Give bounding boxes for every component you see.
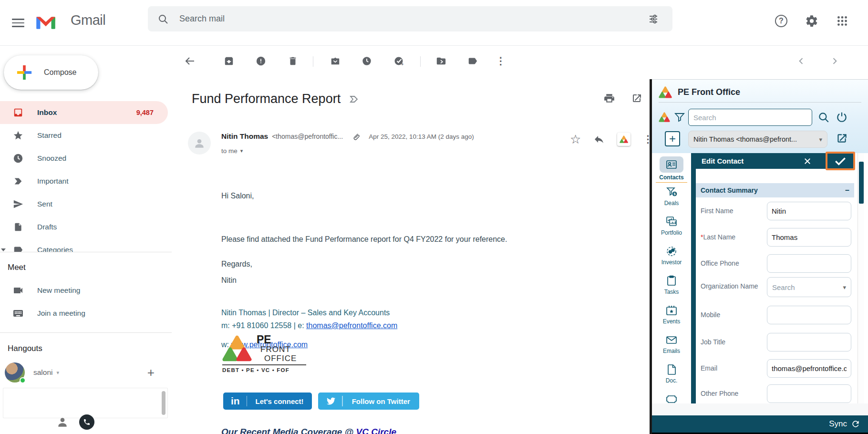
- rail-item-tasks[interactable]: Tasks: [652, 271, 691, 301]
- rail-item-contacts[interactable]: Contacts: [652, 153, 691, 183]
- other-phone-field[interactable]: [767, 384, 851, 403]
- sidebar-item-starred[interactable]: Starred: [0, 124, 168, 147]
- search-options-icon[interactable]: [644, 10, 663, 29]
- delete-trash-icon[interactable]: [283, 52, 302, 71]
- print-icon[interactable]: [603, 93, 615, 104]
- open-in-new-icon[interactable]: [631, 93, 642, 104]
- message-more-icon[interactable]: ⋮: [643, 134, 650, 145]
- star-email-icon[interactable]: ☆: [570, 134, 581, 145]
- mobile-field[interactable]: [767, 306, 851, 324]
- first-name-field[interactable]: [767, 202, 851, 220]
- divider: [313, 56, 313, 67]
- chevron-down-icon[interactable]: ▾: [57, 370, 60, 376]
- gmail-sidebar: Compose Inbox 9,487 Starred Snoozed: [0, 46, 172, 434]
- rail-item-portfolio[interactable]: Portfolio: [652, 212, 691, 242]
- scrollbar-thumb[interactable]: [162, 391, 165, 415]
- twitter-bird-icon: [326, 396, 336, 406]
- search-bar: [148, 6, 672, 31]
- contacts-person-icon[interactable]: [56, 416, 69, 428]
- sender-email: <thomas@pefrontoffic...: [272, 133, 343, 140]
- report-spam-icon[interactable]: [251, 52, 270, 71]
- hangouts-add-icon[interactable]: +: [147, 365, 155, 380]
- compose-label: Compose: [44, 68, 76, 77]
- pe-front-office-signature-logo: PE FRONT OFFICE DEBT • PE • VC • FOF: [222, 334, 306, 373]
- sidebar-item-important[interactable]: Important: [0, 170, 168, 193]
- vc-circle-link[interactable]: VC Circle: [356, 427, 396, 434]
- google-apps-grid-icon[interactable]: [833, 11, 852, 31]
- email-field[interactable]: [767, 359, 851, 378]
- app-title: Gmail: [71, 12, 105, 28]
- linkedin-connect-button[interactable]: in Let's connect!: [223, 393, 312, 410]
- help-icon[interactable]: ?: [772, 11, 791, 31]
- rail-item-deals[interactable]: $ Deals: [652, 183, 691, 212]
- sidebar-item-snoozed[interactable]: Snoozed: [0, 147, 168, 170]
- move-to-folder-icon[interactable]: [432, 52, 451, 71]
- chevron-down-icon: ▾: [240, 148, 243, 154]
- save-contact-check-button[interactable]: [826, 152, 855, 170]
- email-label: Email: [701, 364, 762, 372]
- panel-title: PE Front Office: [678, 87, 740, 97]
- panel-divider: [650, 79, 652, 434]
- newer-email-icon[interactable]: [792, 52, 811, 71]
- filter-funnel-icon[interactable]: [674, 112, 685, 123]
- compose-button[interactable]: Compose: [4, 55, 98, 90]
- rail-item-events[interactable]: Events: [652, 301, 691, 331]
- sidebar-item-sent[interactable]: Sent: [0, 193, 168, 216]
- linkedin-icon: in: [231, 396, 240, 406]
- back-arrow-icon[interactable]: [180, 52, 199, 71]
- hangouts-phone-icon[interactable]: [79, 414, 94, 430]
- tasks-clipboard-icon: [665, 275, 678, 287]
- sync-button[interactable]: Sync: [652, 415, 868, 433]
- hangouts-user-row[interactable]: saloni ▾ +: [5, 361, 167, 384]
- older-email-icon[interactable]: [825, 52, 844, 71]
- pe-front-office-addon-icon[interactable]: [617, 133, 630, 146]
- portfolio-chart-icon: [665, 216, 678, 228]
- last-name-field[interactable]: [767, 228, 851, 247]
- hangouts-user-name: saloni: [33, 368, 53, 377]
- new-meeting-item[interactable]: New meeting: [0, 279, 172, 302]
- signature-email-link[interactable]: thomas@pefrontoffice.com: [306, 321, 397, 330]
- main-menu-icon[interactable]: [8, 14, 29, 31]
- logo-tagline: DEBT • PE • VC • FOF: [222, 367, 306, 373]
- mark-unread-icon[interactable]: [326, 52, 345, 71]
- archive-icon[interactable]: [219, 52, 238, 71]
- contact-selector-dropdown[interactable]: Nitin Thomas <thomas@pefront... ▾: [688, 131, 827, 148]
- search-input[interactable]: [179, 14, 644, 24]
- recipient-dropdown[interactable]: to me ▾: [221, 147, 243, 155]
- add-to-tasks-icon[interactable]: +: [390, 52, 409, 71]
- sender-name: Nitin Thomas: [221, 132, 268, 141]
- pe-nav-rail: Contacts $ Deals Portfolio Investor: [652, 153, 691, 403]
- add-contact-button[interactable]: +: [665, 131, 680, 146]
- label-icon[interactable]: [463, 52, 482, 71]
- edit-contact-title: Edit Contact: [702, 157, 744, 165]
- scrollbar-thumb[interactable]: [859, 162, 864, 204]
- reply-icon[interactable]: [593, 134, 605, 145]
- search-icon[interactable]: [157, 13, 169, 25]
- rail-item-emails[interactable]: Emails: [652, 331, 691, 360]
- pe-mini-logo-icon: [659, 112, 670, 123]
- important-label-icon: [348, 93, 360, 105]
- organization-select[interactable]: Search ▾: [767, 277, 851, 297]
- sidebar-item-drafts[interactable]: Drafts: [0, 216, 168, 238]
- compose-plus-icon: [16, 64, 32, 81]
- panel-edge-strip: [691, 153, 696, 403]
- pe-search-input[interactable]: [688, 109, 812, 126]
- office-phone-field[interactable]: [767, 254, 851, 273]
- settings-gear-icon[interactable]: [802, 11, 821, 31]
- document-icon: [665, 363, 678, 376]
- rail-item-documents[interactable]: Doc.: [652, 360, 691, 390]
- collapse-section-icon[interactable]: –: [845, 186, 849, 195]
- sidebar-item-inbox[interactable]: Inbox 9,487: [0, 101, 168, 124]
- pe-search-icon[interactable]: [817, 111, 830, 124]
- join-meeting-item[interactable]: Join a meeting: [0, 302, 172, 325]
- email-toolbar: + ⋮: [172, 46, 868, 79]
- more-options-icon[interactable]: ⋮: [491, 52, 510, 71]
- snooze-clock-icon[interactable]: [357, 52, 376, 71]
- rail-item-investor[interactable]: Investor: [652, 242, 691, 271]
- twitter-follow-button[interactable]: Follow on Twitter: [318, 393, 419, 410]
- pe-open-in-new-icon[interactable]: [836, 132, 848, 145]
- meet-title: Meet: [0, 263, 172, 272]
- close-icon[interactable]: [801, 155, 814, 168]
- power-icon[interactable]: [836, 111, 848, 124]
- job-title-field[interactable]: [767, 333, 851, 351]
